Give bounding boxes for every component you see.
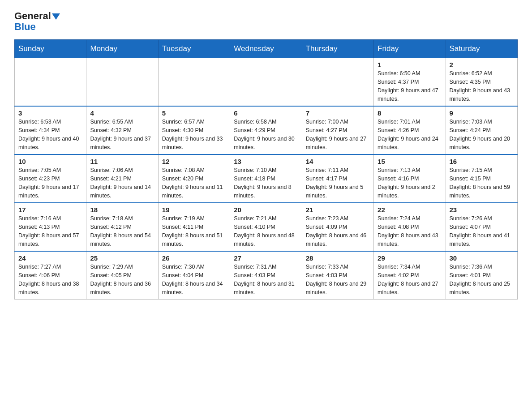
day-number: 19 xyxy=(162,206,226,214)
calendar-cell xyxy=(230,58,302,107)
calendar-cell: 10Sunrise: 7:05 AM Sunset: 4:23 PM Dayli… xyxy=(15,154,86,203)
day-info: Sunrise: 6:58 AM Sunset: 4:29 PM Dayligh… xyxy=(234,118,298,151)
calendar-cell xyxy=(158,58,230,107)
day-number: 13 xyxy=(234,158,298,165)
day-info: Sunrise: 7:08 AM Sunset: 4:20 PM Dayligh… xyxy=(162,166,226,200)
day-info: Sunrise: 7:01 AM Sunset: 4:26 PM Dayligh… xyxy=(378,118,442,151)
weekday-header-tuesday: Tuesday xyxy=(158,40,230,58)
calendar-cell: 19Sunrise: 7:19 AM Sunset: 4:11 PM Dayli… xyxy=(158,203,230,251)
day-info: Sunrise: 6:55 AM Sunset: 4:32 PM Dayligh… xyxy=(90,118,154,151)
day-number: 1 xyxy=(378,61,442,68)
logo-triangle-icon xyxy=(52,13,60,20)
day-info: Sunrise: 7:27 AM Sunset: 4:06 PM Dayligh… xyxy=(18,263,82,296)
day-info: Sunrise: 6:52 AM Sunset: 4:35 PM Dayligh… xyxy=(450,69,514,103)
day-number: 3 xyxy=(18,109,82,117)
calendar-cell: 28Sunrise: 7:33 AM Sunset: 4:03 PM Dayli… xyxy=(302,251,373,300)
weekday-header-thursday: Thursday xyxy=(302,40,373,58)
week-row-2: 3Sunrise: 6:53 AM Sunset: 4:34 PM Daylig… xyxy=(15,106,518,154)
calendar-cell: 7Sunrise: 7:00 AM Sunset: 4:27 PM Daylig… xyxy=(302,106,373,154)
day-info: Sunrise: 7:19 AM Sunset: 4:11 PM Dayligh… xyxy=(162,214,226,248)
day-number: 10 xyxy=(18,158,82,165)
calendar-cell: 5Sunrise: 6:57 AM Sunset: 4:30 PM Daylig… xyxy=(158,106,230,154)
calendar-cell: 27Sunrise: 7:31 AM Sunset: 4:03 PM Dayli… xyxy=(230,251,302,300)
week-row-3: 10Sunrise: 7:05 AM Sunset: 4:23 PM Dayli… xyxy=(15,154,518,203)
day-number: 7 xyxy=(306,109,370,117)
day-info: Sunrise: 7:00 AM Sunset: 4:27 PM Dayligh… xyxy=(306,118,370,151)
day-number: 23 xyxy=(450,206,514,214)
calendar-cell: 12Sunrise: 7:08 AM Sunset: 4:20 PM Dayli… xyxy=(158,154,230,203)
day-number: 20 xyxy=(234,206,298,214)
week-row-4: 17Sunrise: 7:16 AM Sunset: 4:13 PM Dayli… xyxy=(15,203,518,251)
day-number: 27 xyxy=(234,254,298,262)
calendar-cell: 1Sunrise: 6:50 AM Sunset: 4:37 PM Daylig… xyxy=(374,58,446,107)
day-number: 11 xyxy=(90,158,154,165)
day-info: Sunrise: 7:36 AM Sunset: 4:01 PM Dayligh… xyxy=(450,263,514,296)
calendar-table: SundayMondayTuesdayWednesdayThursdayFrid… xyxy=(14,39,518,300)
day-info: Sunrise: 7:34 AM Sunset: 4:02 PM Dayligh… xyxy=(378,263,442,296)
calendar-cell: 15Sunrise: 7:13 AM Sunset: 4:16 PM Dayli… xyxy=(374,154,446,203)
day-number: 21 xyxy=(306,206,370,214)
calendar-cell: 23Sunrise: 7:26 AM Sunset: 4:07 PM Dayli… xyxy=(446,203,517,251)
calendar-cell: 13Sunrise: 7:10 AM Sunset: 4:18 PM Dayli… xyxy=(230,154,302,203)
day-info: Sunrise: 7:26 AM Sunset: 4:07 PM Dayligh… xyxy=(450,214,514,248)
day-info: Sunrise: 7:11 AM Sunset: 4:17 PM Dayligh… xyxy=(306,166,370,200)
day-info: Sunrise: 7:13 AM Sunset: 4:16 PM Dayligh… xyxy=(378,166,442,200)
day-number: 5 xyxy=(162,109,226,117)
day-info: Sunrise: 6:57 AM Sunset: 4:30 PM Dayligh… xyxy=(162,118,226,151)
day-info: Sunrise: 6:53 AM Sunset: 4:34 PM Dayligh… xyxy=(18,118,82,151)
day-number: 8 xyxy=(378,109,442,117)
calendar-cell: 29Sunrise: 7:34 AM Sunset: 4:02 PM Dayli… xyxy=(374,251,446,300)
page-header: General Blue xyxy=(14,11,518,32)
calendar-cell xyxy=(86,58,158,107)
day-info: Sunrise: 7:03 AM Sunset: 4:24 PM Dayligh… xyxy=(450,118,514,151)
day-number: 29 xyxy=(378,254,442,262)
day-info: Sunrise: 7:18 AM Sunset: 4:12 PM Dayligh… xyxy=(90,214,154,248)
day-number: 22 xyxy=(378,206,442,214)
calendar-cell xyxy=(302,58,373,107)
calendar-cell: 18Sunrise: 7:18 AM Sunset: 4:12 PM Dayli… xyxy=(86,203,158,251)
day-info: Sunrise: 6:50 AM Sunset: 4:37 PM Dayligh… xyxy=(378,69,442,103)
day-number: 24 xyxy=(18,254,82,262)
weekday-header-wednesday: Wednesday xyxy=(230,40,302,58)
day-info: Sunrise: 7:29 AM Sunset: 4:05 PM Dayligh… xyxy=(90,263,154,296)
weekday-header-sunday: Sunday xyxy=(15,40,86,58)
calendar-cell: 24Sunrise: 7:27 AM Sunset: 4:06 PM Dayli… xyxy=(15,251,86,300)
logo-area: General Blue xyxy=(14,11,60,32)
day-number: 12 xyxy=(162,158,226,165)
day-info: Sunrise: 7:24 AM Sunset: 4:08 PM Dayligh… xyxy=(378,214,442,248)
day-info: Sunrise: 7:06 AM Sunset: 4:21 PM Dayligh… xyxy=(90,166,154,200)
weekday-header-friday: Friday xyxy=(374,40,446,58)
calendar-cell: 17Sunrise: 7:16 AM Sunset: 4:13 PM Dayli… xyxy=(15,203,86,251)
calendar-cell: 25Sunrise: 7:29 AM Sunset: 4:05 PM Dayli… xyxy=(86,251,158,300)
day-info: Sunrise: 7:30 AM Sunset: 4:04 PM Dayligh… xyxy=(162,263,226,296)
day-number: 4 xyxy=(90,109,154,117)
calendar-cell: 30Sunrise: 7:36 AM Sunset: 4:01 PM Dayli… xyxy=(446,251,517,300)
day-info: Sunrise: 7:23 AM Sunset: 4:09 PM Dayligh… xyxy=(306,214,370,248)
calendar-cell xyxy=(15,58,86,107)
calendar-cell: 26Sunrise: 7:30 AM Sunset: 4:04 PM Dayli… xyxy=(158,251,230,300)
day-number: 14 xyxy=(306,158,370,165)
weekday-header-monday: Monday xyxy=(86,40,158,58)
calendar-cell: 20Sunrise: 7:21 AM Sunset: 4:10 PM Dayli… xyxy=(230,203,302,251)
calendar-cell: 3Sunrise: 6:53 AM Sunset: 4:34 PM Daylig… xyxy=(15,106,86,154)
day-number: 17 xyxy=(18,206,82,214)
day-number: 9 xyxy=(450,109,514,117)
day-info: Sunrise: 7:33 AM Sunset: 4:03 PM Dayligh… xyxy=(306,263,370,296)
logo-blue-text: Blue xyxy=(14,21,36,32)
weekday-header-saturday: Saturday xyxy=(446,40,517,58)
calendar-cell: 22Sunrise: 7:24 AM Sunset: 4:08 PM Dayli… xyxy=(374,203,446,251)
calendar-cell: 4Sunrise: 6:55 AM Sunset: 4:32 PM Daylig… xyxy=(86,106,158,154)
day-number: 28 xyxy=(306,254,370,262)
calendar-cell: 6Sunrise: 6:58 AM Sunset: 4:29 PM Daylig… xyxy=(230,106,302,154)
day-number: 26 xyxy=(162,254,226,262)
calendar-cell: 14Sunrise: 7:11 AM Sunset: 4:17 PM Dayli… xyxy=(302,154,373,203)
calendar-cell: 21Sunrise: 7:23 AM Sunset: 4:09 PM Dayli… xyxy=(302,203,373,251)
day-number: 6 xyxy=(234,109,298,117)
day-number: 16 xyxy=(450,158,514,165)
calendar-cell: 16Sunrise: 7:15 AM Sunset: 4:15 PM Dayli… xyxy=(446,154,517,203)
calendar-cell: 9Sunrise: 7:03 AM Sunset: 4:24 PM Daylig… xyxy=(446,106,517,154)
week-row-5: 24Sunrise: 7:27 AM Sunset: 4:06 PM Dayli… xyxy=(15,251,518,300)
calendar-cell: 2Sunrise: 6:52 AM Sunset: 4:35 PM Daylig… xyxy=(446,58,517,107)
day-info: Sunrise: 7:05 AM Sunset: 4:23 PM Dayligh… xyxy=(18,166,82,200)
day-number: 18 xyxy=(90,206,154,214)
